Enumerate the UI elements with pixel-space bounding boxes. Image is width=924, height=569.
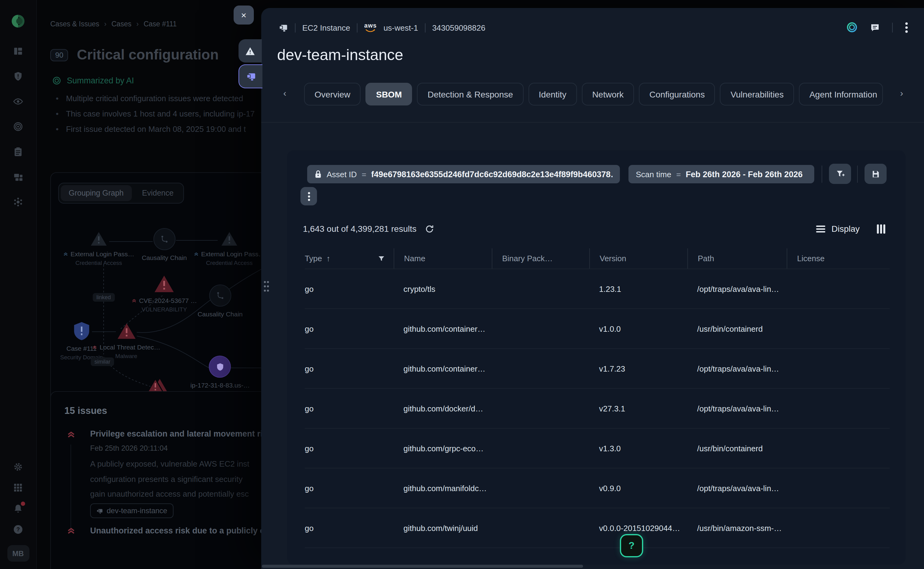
column-header-name[interactable]: Name	[394, 248, 492, 269]
toggle-evidence[interactable]: Evidence	[134, 185, 181, 201]
breadcrumb-item[interactable]: Cases	[112, 20, 132, 27]
tab-sbom[interactable]: SBOM	[366, 83, 412, 105]
horizontal-scrollbar[interactable]	[262, 565, 583, 568]
warning-triangle-icon	[90, 231, 107, 246]
columns-icon[interactable]	[877, 224, 885, 233]
tab-identity[interactable]: Identity	[528, 83, 577, 105]
sort-ascending-icon[interactable]: ↑	[326, 254, 330, 263]
sidebar-item-dashboard[interactable]	[13, 46, 23, 56]
help-fab-button[interactable]: ?	[620, 534, 643, 557]
table-row[interactable]: gocrypto/tls1.23.1/opt/traps/ava/ava-lin…	[305, 269, 890, 309]
column-header-version[interactable]: Version	[589, 248, 687, 269]
severity-chevrons-icon	[67, 430, 75, 438]
filter-chip-asset-id[interactable]: Asset ID = f49e6798163e6355d246fd7dc6c92…	[307, 165, 620, 183]
graph-node-cve[interactable]: CVE-2024-53677 … VULNERABILITY	[132, 275, 197, 313]
screen: ? MB Cases & Issues› Cases› Case #111 90…	[0, 0, 924, 569]
causality-chain-icon	[160, 235, 169, 243]
chat-bubble-icon[interactable]	[870, 22, 880, 32]
ai-bullet: First issue detected on March 08, 2025 1…	[66, 122, 246, 137]
sidebar-item-alerts-shield[interactable]	[13, 71, 23, 82]
table-cell-name: github.com/manifoldc…	[394, 469, 492, 508]
column-header-binary-package[interactable]: Binary Pack…	[492, 248, 589, 269]
graph-node-alert[interactable]: External Login Pass… Credential Access	[194, 231, 265, 266]
notifications-bell-icon[interactable]	[13, 504, 23, 514]
table-cell-type: go	[305, 269, 394, 309]
more-filters-button[interactable]	[301, 187, 317, 205]
table-cell-version: v1.7.23	[589, 349, 687, 388]
sidebar-item-compliance-clipboard[interactable]	[13, 146, 23, 157]
tabs-scroll-right-icon[interactable]: ›	[900, 88, 903, 98]
tab-detection-response[interactable]: Detection & Response	[417, 83, 524, 105]
help-circle-icon[interactable]: ?	[13, 524, 23, 535]
ai-summary-label: Summarized by AI	[67, 76, 134, 85]
table-row[interactable]: gogithub.com/twinj/uuidv0.0.0-2015102904…	[305, 508, 890, 548]
column-header-license[interactable]: License	[787, 248, 890, 269]
table-cell-license	[787, 508, 890, 548]
divider	[295, 23, 296, 32]
sbom-table: Type↑ Name Binary Pack… Version Path Lic…	[305, 248, 890, 548]
column-filter-icon[interactable]	[378, 255, 385, 262]
severity-chevrons-icon	[67, 526, 75, 535]
tab-agent-information[interactable]: Agent Information	[799, 83, 883, 105]
table-cell-license	[787, 389, 890, 428]
table-row[interactable]: gogithub.com/manifoldc…v0.9.0/opt/traps/…	[305, 469, 890, 508]
asset-tag-chip[interactable]: dev-team-instance	[90, 504, 173, 518]
save-query-button[interactable]	[865, 164, 887, 184]
tab-vulnerabilities[interactable]: Vulnerabilities	[720, 83, 794, 105]
table-cell-type: go	[305, 389, 394, 428]
table-cell-binary_package	[492, 508, 589, 548]
left-sidebar: ? MB	[0, 0, 37, 569]
sidebar-item-ai-molecule[interactable]	[13, 197, 23, 207]
sidebar-item-inventory-blocks[interactable]	[13, 172, 23, 182]
drawer-side-tab-asset-active[interactable]	[239, 64, 263, 88]
ai-assistant-ring-icon[interactable]	[846, 21, 858, 33]
tab-overview[interactable]: Overview	[304, 83, 361, 105]
table-cell-type: go	[305, 309, 394, 348]
table-row[interactable]: gogithub.com/grpc-eco…v1.3.0/usr/bin/con…	[305, 429, 890, 469]
user-avatar[interactable]: MB	[7, 545, 29, 561]
results-count: 1,643 out of 4,399,281 results	[303, 224, 416, 234]
filter-chip-scan-time[interactable]: Scan time = Feb 26th 2026 - Feb 26th 202…	[628, 165, 814, 183]
graph-node-causality[interactable]: Causality Chain	[198, 284, 243, 318]
table-cell-type: go	[305, 508, 394, 548]
display-button[interactable]: Display	[831, 224, 860, 234]
add-filter-button[interactable]	[829, 164, 851, 184]
asset-meta-bar: EC2 Instance aws us-west-1 343059098826	[278, 23, 485, 32]
tab-configurations[interactable]: Configurations	[639, 83, 715, 105]
asset-type-label: EC2 Instance	[302, 23, 350, 32]
divider	[425, 23, 426, 32]
drawer-resize-handle[interactable]	[263, 280, 270, 292]
toggle-grouping-graph[interactable]: Grouping Graph	[61, 185, 132, 201]
filter-plus-icon	[836, 169, 845, 178]
graph-node-causality[interactable]: Causality Chain	[141, 228, 187, 261]
asset-detail-drawer: EC2 Instance aws us-west-1 343059098826 …	[261, 8, 924, 569]
table-row[interactable]: gogithub.com/container…v1.0.0/usr/bin/co…	[305, 309, 890, 349]
table-cell-type: go	[305, 429, 394, 468]
table-cell-version: v1.3.0	[589, 429, 687, 468]
breadcrumb-item[interactable]: Case #111	[143, 20, 176, 27]
severity-chevrons-icon	[92, 345, 97, 350]
close-drawer-button[interactable]: ×	[234, 6, 254, 24]
tabs-scroll-left-icon[interactable]: ‹	[283, 88, 286, 98]
ai-bullet: This case involves 1 host and 4 users, i…	[66, 106, 255, 122]
tab-network[interactable]: Network	[582, 83, 634, 105]
sidebar-item-target[interactable]	[13, 122, 23, 132]
table-cell-path: /opt/traps/ava/ava-lin…	[687, 469, 787, 508]
column-header-type[interactable]: Type↑	[305, 248, 394, 269]
refresh-icon[interactable]	[425, 224, 435, 233]
drawer-side-tab-alerts[interactable]	[239, 39, 262, 62]
apps-grid-icon[interactable]	[13, 482, 23, 493]
table-row[interactable]: gogithub.com/docker/d…v27.3.1/opt/traps/…	[305, 389, 890, 429]
sidebar-item-visibility-eye[interactable]	[13, 96, 23, 107]
settings-gear-icon[interactable]	[13, 462, 23, 472]
column-header-path[interactable]: Path	[687, 248, 787, 269]
breadcrumb-item[interactable]: Cases & Issues	[50, 20, 99, 27]
table-row[interactable]: gogithub.com/container…v1.7.23/opt/traps…	[305, 349, 890, 389]
graph-node-threat[interactable]: Local Threat Detec… Malware	[92, 323, 160, 359]
agent-shield-icon	[216, 363, 224, 371]
instance-monitor-icon	[246, 72, 256, 81]
table-cell-version: v1.0.0	[589, 309, 687, 348]
graph-node-alert[interactable]: External Login Pass… Credential Access	[63, 231, 134, 266]
more-options-kebab-icon[interactable]	[905, 22, 908, 33]
brand-logo-icon[interactable]	[11, 14, 26, 29]
